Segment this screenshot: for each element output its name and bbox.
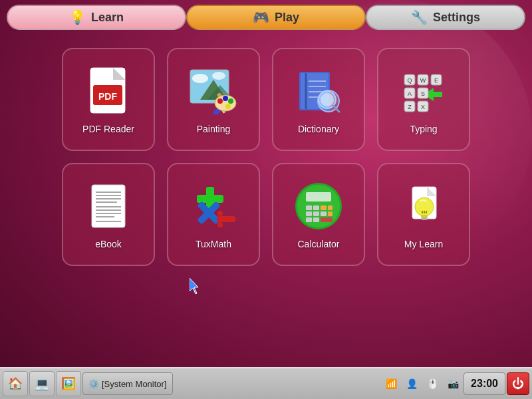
files-button[interactable]: 🖼️	[56, 371, 81, 396]
tab-play-label: Play	[275, 11, 299, 25]
app-tile-tuxmath[interactable]: TuxMath	[167, 163, 260, 266]
app-tile-ebook[interactable]: eBook	[62, 163, 155, 266]
network-icon[interactable]: 📶	[382, 374, 400, 393]
svg-text:Z: Z	[408, 104, 412, 110]
svg-point-10	[192, 74, 208, 83]
power-button[interactable]: ⏻	[507, 372, 529, 395]
tab-settings[interactable]: 🔧 Settings	[366, 5, 525, 30]
svg-rect-76	[321, 217, 332, 222]
user-icon[interactable]: 👤	[402, 374, 421, 393]
svg-rect-82	[422, 218, 427, 220]
svg-rect-68	[321, 205, 327, 210]
dictionary-icon	[292, 65, 345, 118]
home-button[interactable]: 🏠	[3, 371, 28, 396]
tab-settings-label: Settings	[433, 11, 480, 25]
ebook-label: eBook	[95, 239, 122, 249]
tuxmath-label: TuxMath	[196, 239, 231, 249]
calculator-label: Calculator	[297, 239, 339, 249]
svg-text:A: A	[407, 90, 411, 97]
svg-point-29	[321, 93, 334, 106]
dictionary-label: Dictionary	[298, 124, 339, 134]
svg-point-16	[217, 98, 223, 104]
svg-rect-72	[321, 211, 327, 216]
taskbar: 🏠 💻 🖼️ ⚙️ [System Monitor] 📶 👤 🖱️ 📷 23:0…	[0, 367, 532, 399]
svg-rect-73	[328, 211, 332, 216]
clock[interactable]: 23:00	[464, 372, 505, 395]
system-monitor-label: [System Monitor]	[102, 379, 167, 389]
svg-rect-70	[306, 211, 312, 216]
svg-point-19	[225, 104, 231, 109]
svg-text:E: E	[434, 77, 438, 84]
svg-rect-69	[328, 205, 332, 210]
svg-rect-65	[306, 192, 331, 201]
pdf-reader-label: PDF Reader	[82, 124, 134, 134]
svg-point-61	[217, 211, 223, 216]
app-tile-mylearn[interactable]: My Learn	[377, 163, 470, 266]
svg-marker-86	[190, 278, 198, 294]
svg-text:PDF: PDF	[98, 91, 117, 102]
mouse-cursor	[190, 278, 203, 294]
gear-icon: ⚙️	[88, 379, 99, 389]
svg-text:S: S	[420, 90, 424, 97]
app-tile-painting[interactable]: Painting	[167, 48, 260, 151]
svg-rect-74	[306, 217, 312, 222]
app-tile-typing[interactable]: Q W E A S Z X Typing	[377, 48, 470, 151]
svg-text:X: X	[420, 104, 424, 110]
svg-rect-81	[421, 215, 428, 218]
painting-icon	[187, 65, 240, 118]
tuxmath-icon	[187, 180, 240, 233]
settings-icon: 🔧	[411, 9, 428, 25]
learn-icon: 💡	[69, 9, 86, 25]
tab-learn-label: Learn	[91, 11, 124, 25]
typing-icon: Q W E A S Z X	[397, 65, 450, 118]
system-tray: 📶 👤 🖱️ 📷	[382, 374, 462, 393]
app-grid: PDF PDF Reader	[0, 35, 532, 279]
tab-bar: 💡 Learn 🎮 Play 🔧 Settings	[0, 0, 532, 35]
svg-rect-57	[197, 195, 223, 203]
mouse-icon[interactable]: 🖱️	[423, 374, 442, 393]
mylearn-icon	[397, 180, 450, 233]
svg-point-11	[212, 72, 225, 80]
typing-label: Typing	[410, 124, 437, 134]
camera-icon[interactable]: 📷	[444, 374, 462, 393]
mylearn-label: My Learn	[404, 239, 443, 249]
play-icon: 🎮	[253, 9, 269, 25]
svg-point-18	[228, 98, 233, 104]
ebook-icon	[82, 180, 135, 233]
app-tile-dictionary[interactable]: Dictionary	[272, 48, 365, 151]
pdf-reader-icon: PDF	[82, 65, 135, 118]
tab-learn[interactable]: 💡 Learn	[7, 5, 186, 30]
svg-text:W: W	[420, 77, 426, 84]
app-tile-pdf-reader[interactable]: PDF PDF Reader	[62, 48, 155, 151]
system-monitor-app[interactable]: ⚙️ [System Monitor]	[82, 372, 173, 395]
svg-rect-67	[313, 205, 319, 210]
calculator-icon	[292, 180, 345, 233]
svg-rect-60	[217, 216, 235, 222]
browser-button[interactable]: 💻	[29, 371, 55, 396]
tab-play[interactable]: 🎮 Play	[186, 5, 366, 30]
svg-text:Q: Q	[407, 77, 412, 84]
svg-point-17	[223, 96, 228, 101]
svg-rect-71	[313, 211, 319, 216]
svg-point-62	[217, 222, 223, 227]
painting-label: Painting	[197, 124, 231, 134]
svg-rect-66	[306, 205, 312, 210]
svg-rect-75	[313, 217, 319, 222]
app-tile-calculator[interactable]: Calculator	[272, 163, 365, 266]
